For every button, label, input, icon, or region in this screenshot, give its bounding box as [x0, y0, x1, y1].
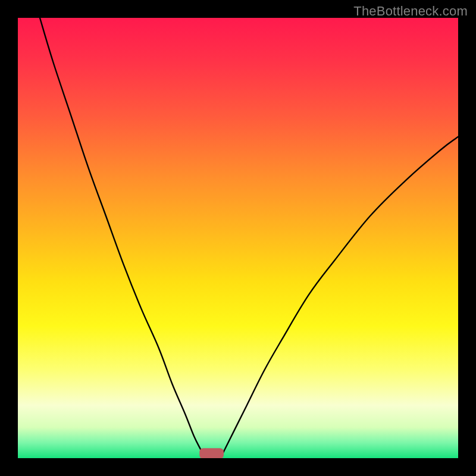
- gradient-background: [18, 18, 458, 458]
- plot-svg: [18, 18, 458, 458]
- chart-frame: TheBottleneck.com: [0, 0, 476, 476]
- plot-area: [18, 18, 458, 458]
- watermark-text: TheBottleneck.com: [353, 4, 468, 19]
- bottleneck-marker: [199, 448, 224, 458]
